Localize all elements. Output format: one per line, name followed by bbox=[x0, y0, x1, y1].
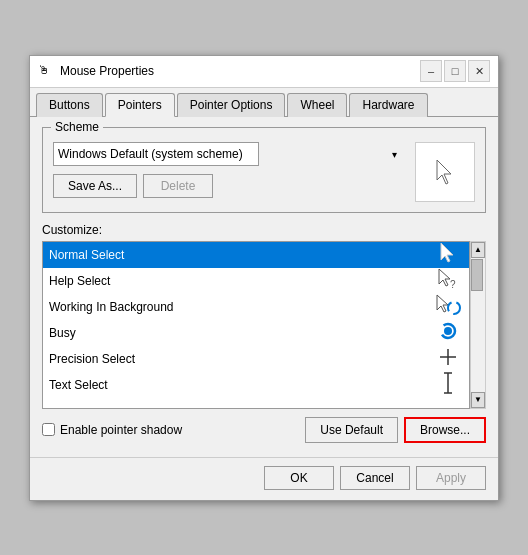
cancel-button[interactable]: Cancel bbox=[340, 466, 410, 490]
tab-pointer-options[interactable]: Pointer Options bbox=[177, 93, 286, 117]
tab-wheel[interactable]: Wheel bbox=[287, 93, 347, 117]
maximize-button[interactable]: □ bbox=[444, 60, 466, 82]
scroll-thumb[interactable] bbox=[471, 259, 483, 291]
svg-point-7 bbox=[444, 327, 452, 335]
cursor-item-help-select[interactable]: Help Select ? bbox=[43, 268, 469, 294]
svg-point-5 bbox=[448, 302, 460, 314]
title-controls: – □ ✕ bbox=[420, 60, 490, 82]
cursor-item-label: Text Select bbox=[49, 378, 108, 392]
scheme-dropdown[interactable]: Windows Default (system scheme) Windows … bbox=[53, 142, 259, 166]
mouse-properties-window: 🖱 Mouse Properties – □ ✕ Buttons Pointer… bbox=[29, 55, 499, 501]
dialog-buttons: OK Cancel Apply bbox=[30, 457, 498, 500]
busy-icon bbox=[433, 321, 463, 344]
svg-marker-1 bbox=[441, 243, 453, 262]
cursor-item-precision[interactable]: Precision Select bbox=[43, 346, 469, 372]
delete-button[interactable]: Delete bbox=[143, 174, 213, 198]
tab-content: Scheme Windows Default (system scheme) W… bbox=[30, 117, 498, 453]
apply-button[interactable]: Apply bbox=[416, 466, 486, 490]
browse-button[interactable]: Browse... bbox=[404, 417, 486, 443]
tab-buttons[interactable]: Buttons bbox=[36, 93, 103, 117]
scroll-down-arrow[interactable]: ▼ bbox=[471, 392, 485, 408]
bottom-buttons: Use Default Browse... bbox=[305, 417, 486, 443]
scroll-up-arrow[interactable]: ▲ bbox=[471, 242, 485, 258]
customize-label: Customize: bbox=[42, 223, 486, 237]
cursor-item-text-select[interactable]: Text Select bbox=[43, 372, 469, 398]
title-bar: 🖱 Mouse Properties – □ ✕ bbox=[30, 56, 498, 88]
window-title: Mouse Properties bbox=[60, 64, 154, 78]
precision-select-icon bbox=[433, 347, 463, 370]
cursor-list-wrapper: Normal Select Help Select ? bbox=[42, 241, 486, 409]
cursor-item-label: Working In Background bbox=[49, 300, 174, 314]
cursor-item-normal-select[interactable]: Normal Select bbox=[43, 242, 469, 268]
tab-pointers[interactable]: Pointers bbox=[105, 93, 175, 117]
shadow-label-text: Enable pointer shadow bbox=[60, 423, 182, 437]
cursor-item-label: Precision Select bbox=[49, 352, 135, 366]
cursor-item-label: Busy bbox=[49, 326, 76, 340]
close-button[interactable]: ✕ bbox=[468, 60, 490, 82]
scheme-group: Scheme Windows Default (system scheme) W… bbox=[42, 127, 486, 213]
scheme-group-label: Scheme bbox=[51, 120, 103, 134]
working-bg-icon bbox=[433, 294, 463, 319]
scroll-track bbox=[471, 258, 485, 392]
svg-text:?: ? bbox=[450, 279, 456, 290]
shadow-checkbox-label[interactable]: Enable pointer shadow bbox=[42, 423, 182, 437]
normal-select-icon bbox=[433, 242, 463, 267]
svg-marker-2 bbox=[439, 269, 450, 286]
svg-marker-0 bbox=[437, 160, 451, 184]
scrollbar[interactable]: ▲ ▼ bbox=[470, 241, 486, 409]
shadow-checkbox[interactable] bbox=[42, 423, 55, 436]
save-as-button[interactable]: Save As... bbox=[53, 174, 137, 198]
use-default-button[interactable]: Use Default bbox=[305, 417, 398, 443]
cursor-item-label: Normal Select bbox=[49, 248, 124, 262]
ok-button[interactable]: OK bbox=[264, 466, 334, 490]
scheme-preview bbox=[415, 142, 475, 202]
scheme-select-wrapper: Windows Default (system scheme) Windows … bbox=[53, 142, 403, 166]
svg-marker-4 bbox=[437, 295, 448, 312]
tab-hardware[interactable]: Hardware bbox=[349, 93, 427, 117]
bottom-row: Enable pointer shadow Use Default Browse… bbox=[42, 417, 486, 443]
tab-bar: Buttons Pointers Pointer Options Wheel H… bbox=[30, 88, 498, 117]
cursor-item-working-bg[interactable]: Working In Background bbox=[43, 294, 469, 320]
window-icon: 🖱 bbox=[38, 63, 54, 79]
text-select-icon bbox=[433, 372, 463, 397]
help-select-icon: ? bbox=[433, 268, 463, 293]
minimize-button[interactable]: – bbox=[420, 60, 442, 82]
cursor-list[interactable]: Normal Select Help Select ? bbox=[42, 241, 470, 409]
cursor-preview-icon bbox=[433, 158, 457, 186]
cursor-item-label: Help Select bbox=[49, 274, 110, 288]
cursor-item-busy[interactable]: Busy bbox=[43, 320, 469, 346]
title-bar-left: 🖱 Mouse Properties bbox=[38, 63, 154, 79]
